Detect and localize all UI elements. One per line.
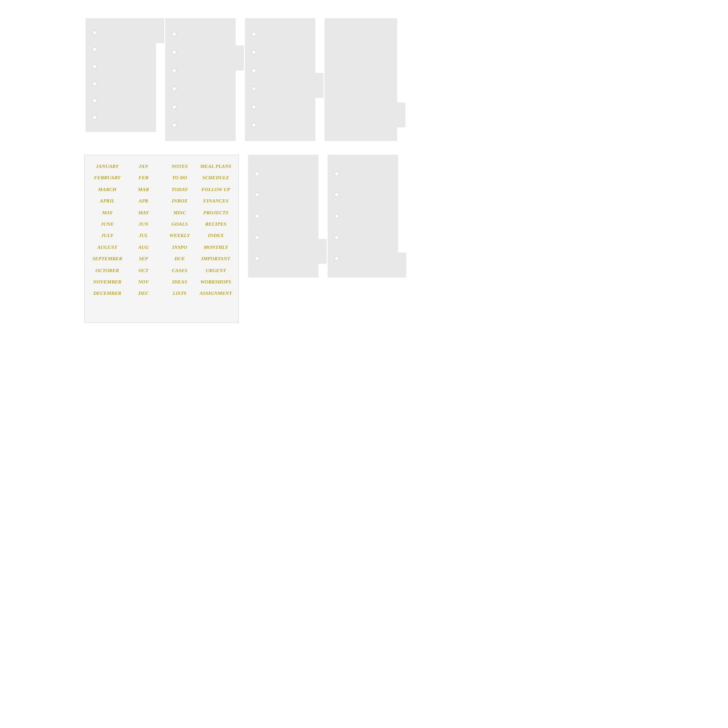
- hole: [252, 50, 256, 55]
- hole: [334, 214, 339, 218]
- hole: [255, 192, 259, 197]
- hole: [255, 235, 259, 240]
- sticker-label: TODAY: [162, 184, 198, 195]
- sticker-label: APRIL: [89, 195, 126, 207]
- sticker-label: FOLLOW UP: [198, 184, 234, 195]
- holes-3: [249, 18, 258, 141]
- sticker-label: DUE: [162, 253, 198, 264]
- sticker-label: MAR: [126, 184, 162, 195]
- sticker-label: FINANCES: [198, 195, 234, 207]
- sticker-label: NOVEMBER: [89, 276, 126, 288]
- divider-card-2: [165, 18, 236, 141]
- sticker-label: OCT: [126, 265, 162, 276]
- sticker-label: SEP: [126, 253, 162, 264]
- tab-4: [396, 102, 405, 127]
- sticker-label: APR: [126, 195, 162, 207]
- hole: [172, 68, 177, 73]
- sticker-label: IMPORTANT: [198, 253, 234, 264]
- sticker-label: JULY: [89, 230, 126, 241]
- hole: [255, 214, 259, 218]
- hole: [255, 256, 259, 261]
- sticker-label: INDEX: [198, 230, 234, 241]
- tab-2: [235, 46, 244, 71]
- sticker-sheet: JANUARYJANNOTESMEAL PLANSFEBRUARYFEBTO D…: [84, 155, 239, 323]
- sticker-label: IDEAS: [162, 276, 198, 288]
- hole: [252, 86, 256, 91]
- hole: [92, 64, 97, 69]
- hole: [92, 115, 97, 120]
- sticker-label: URGENT: [198, 265, 234, 276]
- sticker-label: INBOX: [162, 195, 198, 207]
- divider-card-4: [324, 18, 397, 141]
- sticker-label: SEPTEMBER: [89, 253, 126, 264]
- sticker-label: TO DO: [162, 172, 198, 183]
- sticker-label: ASSIGNMENT: [198, 288, 234, 299]
- hole: [252, 123, 256, 127]
- sticker-label: MEAL PLANS: [198, 161, 234, 172]
- hole: [334, 235, 339, 240]
- sticker-label: PROJECTS: [198, 207, 234, 218]
- tab-5: [318, 239, 327, 264]
- sticker-label: NOV: [126, 276, 162, 288]
- sticker-label: DEC: [126, 288, 162, 299]
- hole: [252, 105, 256, 109]
- holes-6: [332, 155, 341, 278]
- hole: [172, 86, 177, 91]
- top-divider-row: [86, 18, 397, 141]
- sticker-label: JUNE: [89, 218, 126, 230]
- sticker-label: INSPO: [162, 242, 198, 253]
- bottom-row: JANUARYJANNOTESMEAL PLANSFEBRUARYFEBTO D…: [84, 155, 398, 323]
- sticker-label: WORKSHOPS: [198, 276, 234, 288]
- hole: [92, 81, 97, 86]
- sticker-label: FEB: [126, 172, 162, 183]
- tab-3: [314, 73, 324, 98]
- hole: [334, 256, 339, 261]
- holes-2: [170, 18, 179, 141]
- sticker-label: FEBRUARY: [89, 172, 126, 183]
- sticker-label: WEEKLY: [162, 230, 198, 241]
- sticker-label: CASES: [162, 265, 198, 276]
- sticker-label: OCTOBER: [89, 265, 126, 276]
- sticker-label: AUGUST: [89, 242, 126, 253]
- tab-6: [397, 253, 406, 278]
- hole: [252, 68, 256, 73]
- sticker-label: JUN: [126, 218, 162, 230]
- hole: [255, 172, 259, 176]
- hole: [252, 32, 256, 36]
- tab-1: [155, 18, 164, 43]
- divider-card-6: [328, 155, 398, 278]
- sticker-label: MAY: [89, 207, 126, 218]
- sticker-label: NOTES: [162, 161, 198, 172]
- hole: [92, 30, 97, 35]
- hole: [92, 98, 97, 103]
- hole: [92, 47, 97, 52]
- sticker-label: AUG: [126, 242, 162, 253]
- hole: [172, 123, 177, 127]
- sticker-label: MARCH: [89, 184, 126, 195]
- sticker-label: MISC: [162, 207, 198, 218]
- sticker-label: MAY: [126, 207, 162, 218]
- divider-card-1: [86, 18, 156, 132]
- hole: [172, 32, 177, 36]
- divider-card-5: [248, 155, 318, 278]
- holes-5: [253, 155, 262, 278]
- sticker-label: GOALS: [162, 218, 198, 230]
- sticker-label: SCHEDULE: [198, 172, 234, 183]
- sticker-label: MONTHLY: [198, 242, 234, 253]
- hole: [334, 192, 339, 197]
- sticker-label: JANUARY: [89, 161, 126, 172]
- sticker-label: DECEMBER: [89, 288, 126, 299]
- divider-card-3: [245, 18, 315, 141]
- hole: [172, 50, 177, 55]
- hole: [172, 105, 177, 109]
- holes-1: [90, 18, 99, 132]
- sticker-label: JUL: [126, 230, 162, 241]
- sticker-label: LISTS: [162, 288, 198, 299]
- sticker-label: JAN: [126, 161, 162, 172]
- sticker-label: RECIPES: [198, 218, 234, 230]
- hole: [334, 172, 339, 176]
